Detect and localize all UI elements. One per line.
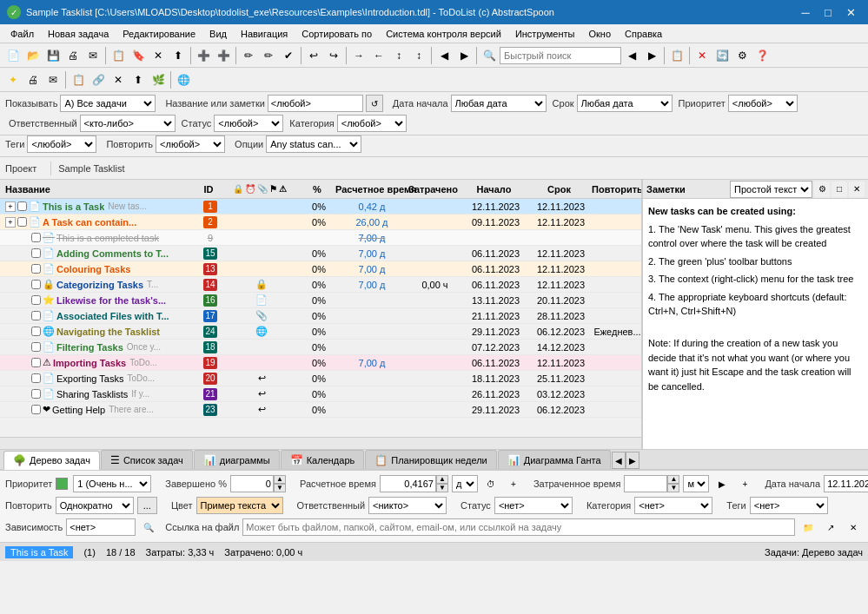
- delete-button[interactable]: ✕: [149, 46, 168, 65]
- spent-time-start-button[interactable]: ▶: [712, 474, 732, 493]
- est-time-plus-button[interactable]: +: [504, 474, 523, 493]
- save-button[interactable]: 💾: [43, 46, 63, 65]
- name-filter-input[interactable]: [268, 95, 363, 112]
- search-input[interactable]: [500, 47, 621, 64]
- task-row[interactable]: ❤Getting HelpThere are...23↩0%29.11.2023…: [0, 402, 641, 418]
- notes-btn-1[interactable]: ⚙: [814, 182, 830, 197]
- tab-week-planner[interactable]: 📋 Планировщик недели: [365, 450, 497, 469]
- search-prev-button[interactable]: ◀: [622, 46, 641, 65]
- task-checkbox[interactable]: [31, 373, 41, 383]
- priority-select-input[interactable]: 1 (Очень н...: [73, 475, 151, 492]
- delete2-button[interactable]: ✕: [692, 46, 712, 65]
- task-row[interactable]: 🔒Categorizing TasksT...14🔒0%7,00 д0,00 ч…: [0, 277, 641, 293]
- print-button[interactable]: 🖨: [63, 46, 83, 65]
- repeat-select-input[interactable]: Однократно: [56, 497, 134, 514]
- indent-button[interactable]: →: [349, 46, 368, 65]
- expand-button[interactable]: +: [5, 217, 16, 228]
- file-open-button[interactable]: ↗: [821, 518, 840, 537]
- redo-button[interactable]: ↪: [324, 46, 343, 65]
- task-row[interactable]: ⚠Importing TasksToDo...190%7,00 д06.11.2…: [0, 355, 641, 371]
- file-input[interactable]: [242, 518, 795, 536]
- spent-down-button[interactable]: ▼: [667, 484, 679, 492]
- menu-edit[interactable]: Редактирование: [116, 24, 202, 43]
- email-button[interactable]: ✉: [83, 46, 103, 65]
- horizontal-scrollbar[interactable]: [0, 437, 641, 449]
- sort2-button[interactable]: ↕: [409, 46, 428, 65]
- task-row[interactable]: 📄Filtering TasksOnce y...180%07.12.20231…: [0, 340, 641, 355]
- next-button[interactable]: ▶: [454, 46, 474, 65]
- filter-x-button[interactable]: ✕: [109, 70, 128, 89]
- menu-tools[interactable]: Инструменты: [508, 24, 582, 43]
- notes-btn-2[interactable]: □: [832, 182, 847, 197]
- expand-button[interactable]: +: [5, 201, 16, 212]
- spent-time-input[interactable]: [624, 475, 667, 492]
- task-checkbox[interactable]: [31, 405, 41, 414]
- assigned-select[interactable]: <кто-либо>: [80, 115, 176, 132]
- due-date-select[interactable]: Любая дата: [577, 95, 673, 112]
- task-row[interactable]: +📄A Task can contain...20%26,00 д09.11.2…: [0, 215, 641, 230]
- est-time-unit-select[interactable]: д: [452, 475, 478, 492]
- maximize-button[interactable]: □: [818, 3, 838, 21]
- name-filter-clear-button[interactable]: ↺: [366, 95, 383, 112]
- color-select-input[interactable]: Пример текста: [196, 497, 283, 514]
- filter-print-button[interactable]: 🖨: [23, 70, 43, 89]
- menu-file[interactable]: Файл: [3, 24, 41, 43]
- search-next-button[interactable]: ▶: [642, 46, 661, 65]
- filter-expand-button[interactable]: 🌿: [149, 70, 168, 89]
- menu-new-task[interactable]: Новая задача: [41, 24, 116, 43]
- task-checkbox[interactable]: [31, 327, 41, 336]
- est-time-input[interactable]: [380, 475, 436, 492]
- new-tasklist-button[interactable]: 📄: [3, 46, 23, 65]
- add-subtask-button[interactable]: ➕: [214, 46, 233, 65]
- task-checkbox[interactable]: [17, 217, 27, 227]
- task-checkbox[interactable]: [31, 295, 41, 305]
- close-button[interactable]: ✕: [840, 3, 861, 21]
- copy-button[interactable]: 📋: [109, 46, 128, 65]
- menu-sort[interactable]: Сортировать по: [295, 24, 379, 43]
- spent-up-button[interactable]: ▲: [667, 475, 679, 484]
- task-checkbox[interactable]: [31, 389, 41, 399]
- tags-select[interactable]: <любой>: [27, 135, 96, 153]
- est-down-button[interactable]: ▼: [436, 484, 448, 492]
- tab-task-tree[interactable]: 🌳 Дерево задач: [3, 451, 100, 470]
- edit2-button[interactable]: ✏: [259, 46, 278, 65]
- outdent-button[interactable]: ←: [369, 46, 388, 65]
- completed-up-button[interactable]: ▲: [274, 475, 286, 484]
- start-date-select[interactable]: Любая дата: [451, 95, 547, 112]
- est-time-calc-button[interactable]: ⏱: [481, 474, 500, 493]
- status-task-name[interactable]: This is a Task: [5, 546, 73, 558]
- task-checkbox[interactable]: [31, 311, 41, 320]
- task-row[interactable]: 📄Exporting TasksToDo...20↩0%18.11.202325…: [0, 371, 641, 386]
- move-up-button[interactable]: ⬆: [169, 46, 188, 65]
- show-select[interactable]: А) Все задачи: [60, 95, 156, 112]
- menu-vcs[interactable]: Система контроля версий: [379, 24, 508, 43]
- file-browse-button[interactable]: 📁: [798, 518, 818, 537]
- repeat-btn[interactable]: ...: [137, 497, 157, 514]
- find-button[interactable]: 🔍: [480, 46, 499, 65]
- task-checkbox[interactable]: [31, 264, 41, 274]
- task-checkbox[interactable]: [31, 358, 41, 367]
- options-select[interactable]: Any status can...: [266, 135, 361, 153]
- open-button[interactable]: 📂: [23, 46, 43, 65]
- task-row[interactable]: 📄Adding Comments to T...150%7,00 д06.11.…: [0, 246, 641, 261]
- filter-mail-button[interactable]: ✉: [43, 70, 63, 89]
- task-checkbox[interactable]: [31, 342, 41, 352]
- menu-view[interactable]: Вид: [202, 24, 234, 43]
- menu-help[interactable]: Справка: [618, 24, 669, 43]
- start-date-input[interactable]: [824, 475, 868, 492]
- task-checkbox[interactable]: [17, 201, 27, 211]
- notes-format-select[interactable]: Простой текст: [730, 181, 812, 198]
- prev-button[interactable]: ◀: [434, 46, 454, 65]
- sort-button[interactable]: ↕: [389, 46, 408, 65]
- tab-task-list[interactable]: ☰ Список задач: [101, 450, 193, 469]
- repeat-select[interactable]: <любой>: [156, 135, 225, 153]
- filter-copy-button[interactable]: 📋: [69, 70, 88, 89]
- refresh-button[interactable]: 🔄: [712, 46, 732, 65]
- task-row[interactable]: ⭐Likewise for the task's...16📄0%13.11.20…: [0, 293, 641, 308]
- flag-button[interactable]: 🔖: [129, 46, 148, 65]
- est-up-button[interactable]: ▲: [436, 475, 448, 484]
- done-button[interactable]: ✔: [279, 46, 298, 65]
- dep-search-button[interactable]: 🔍: [139, 518, 158, 537]
- tab-gantt[interactable]: 📊 Диаграмма Ганта: [498, 450, 611, 469]
- task-row[interactable]: +📄This is a TaskNew tas...10%0,42 д12.11…: [0, 199, 641, 215]
